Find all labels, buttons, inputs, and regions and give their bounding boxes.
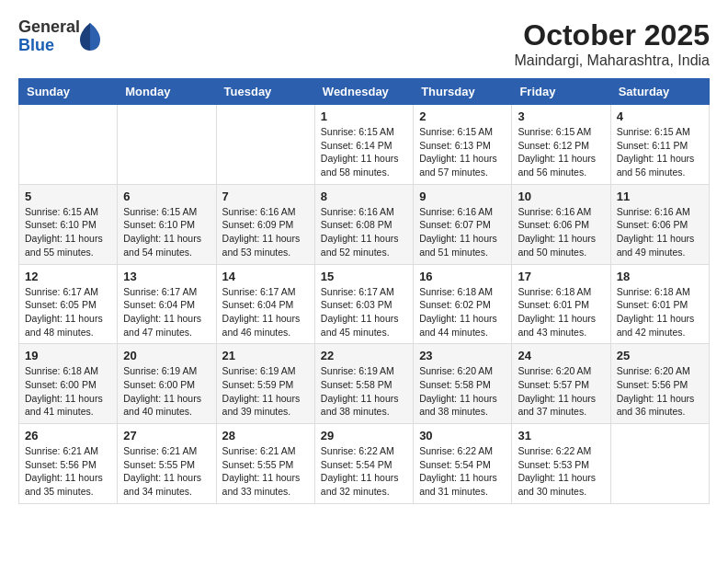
calendar-cell: 8 Sunrise: 6:16 AM Sunset: 6:08 PM Dayli… (314, 184, 413, 264)
day-info: Sunrise: 6:18 AM Sunset: 6:01 PM Dayligh… (518, 285, 604, 339)
sunset-label: Sunset: 6:00 PM (123, 379, 195, 390)
day-info: Sunrise: 6:21 AM Sunset: 5:55 PM Dayligh… (123, 444, 210, 499)
sunset-label: Sunset: 5:54 PM (419, 459, 491, 470)
day-info: Sunrise: 6:19 AM Sunset: 5:58 PM Dayligh… (321, 364, 407, 419)
sunset-label: Sunset: 6:05 PM (25, 299, 97, 310)
weekday-header: Thursday (414, 79, 512, 105)
sunrise-label: Sunrise: 6:21 AM (123, 445, 197, 456)
sunrise-label: Sunrise: 6:20 AM (518, 365, 591, 376)
calendar-cell: 4 Sunrise: 6:15 AM Sunset: 6:11 PM Dayli… (610, 105, 709, 185)
sunset-label: Sunset: 5:56 PM (25, 459, 97, 470)
calendar-cell: 2 Sunrise: 6:15 AM Sunset: 6:13 PM Dayli… (414, 105, 512, 185)
day-number: 18 (617, 270, 703, 283)
day-number: 17 (518, 270, 604, 283)
calendar-week-row: 5 Sunrise: 6:15 AM Sunset: 6:10 PM Dayli… (19, 184, 710, 264)
calendar-cell: 1 Sunrise: 6:15 AM Sunset: 6:14 PM Dayli… (314, 105, 413, 185)
day-number: 1 (321, 109, 407, 123)
day-info: Sunrise: 6:20 AM Sunset: 5:58 PM Dayligh… (419, 364, 506, 419)
day-info: Sunrise: 6:16 AM Sunset: 6:09 PM Dayligh… (222, 205, 309, 259)
daylight-label: Daylight: 11 hours and 39 minutes. (222, 393, 301, 418)
daylight-label: Daylight: 11 hours and 51 minutes. (419, 233, 497, 258)
sunset-label: Sunset: 6:10 PM (123, 219, 195, 230)
calendar-cell: 5 Sunrise: 6:15 AM Sunset: 6:10 PM Dayli… (19, 184, 118, 264)
sunset-label: Sunset: 6:06 PM (617, 219, 688, 230)
sunset-label: Sunset: 6:01 PM (617, 299, 688, 310)
sunrise-label: Sunrise: 6:17 AM (321, 286, 394, 297)
weekday-header-row: SundayMondayTuesdayWednesdayThursdayFrid… (19, 79, 710, 105)
daylight-label: Daylight: 11 hours and 35 minutes. (25, 472, 103, 497)
day-info: Sunrise: 6:17 AM Sunset: 6:05 PM Dayligh… (25, 285, 111, 339)
calendar-cell: 30 Sunrise: 6:22 AM Sunset: 5:54 PM Dayl… (414, 424, 512, 504)
day-info: Sunrise: 6:21 AM Sunset: 5:56 PM Dayligh… (25, 444, 111, 499)
sunset-label: Sunset: 6:04 PM (123, 299, 195, 310)
sunrise-label: Sunrise: 6:20 AM (419, 365, 493, 376)
logo-general: General (18, 18, 80, 37)
sunrise-label: Sunrise: 6:17 AM (123, 286, 197, 297)
day-number: 31 (518, 429, 604, 442)
daylight-label: Daylight: 11 hours and 50 minutes. (518, 233, 596, 258)
page-header: General Blue October 2025 Maindargi, Mah… (18, 18, 710, 69)
calendar-cell: 25 Sunrise: 6:20 AM Sunset: 5:56 PM Dayl… (610, 344, 709, 424)
weekday-header: Sunday (19, 79, 118, 105)
daylight-label: Daylight: 11 hours and 46 minutes. (222, 313, 301, 338)
day-info: Sunrise: 6:17 AM Sunset: 6:04 PM Dayligh… (123, 285, 210, 339)
day-number: 11 (617, 190, 703, 203)
calendar-cell (118, 105, 216, 185)
sunset-label: Sunset: 6:09 PM (222, 219, 294, 230)
daylight-label: Daylight: 11 hours and 47 minutes. (123, 313, 201, 338)
day-number: 12 (25, 270, 111, 283)
day-number: 25 (617, 349, 703, 362)
sunrise-label: Sunrise: 6:18 AM (518, 286, 591, 297)
title-block: October 2025 Maindargi, Maharashtra, Ind… (514, 18, 710, 69)
sunset-label: Sunset: 6:08 PM (321, 219, 392, 230)
day-info: Sunrise: 6:18 AM Sunset: 6:00 PM Dayligh… (25, 364, 111, 419)
sunrise-label: Sunrise: 6:19 AM (321, 365, 394, 376)
day-info: Sunrise: 6:19 AM Sunset: 6:00 PM Dayligh… (123, 364, 210, 419)
sunset-label: Sunset: 5:55 PM (222, 459, 294, 470)
day-info: Sunrise: 6:21 AM Sunset: 5:55 PM Dayligh… (222, 444, 309, 499)
day-number: 4 (617, 109, 703, 123)
day-info: Sunrise: 6:18 AM Sunset: 6:02 PM Dayligh… (419, 285, 506, 339)
day-number: 28 (222, 429, 309, 442)
calendar-cell: 28 Sunrise: 6:21 AM Sunset: 5:55 PM Dayl… (216, 424, 314, 504)
sunrise-label: Sunrise: 6:18 AM (419, 286, 493, 297)
logo: General Blue (18, 18, 100, 55)
weekday-header: Tuesday (216, 79, 314, 105)
sunset-label: Sunset: 5:58 PM (321, 379, 392, 390)
calendar-week-row: 26 Sunrise: 6:21 AM Sunset: 5:56 PM Dayl… (19, 424, 710, 504)
calendar-cell: 13 Sunrise: 6:17 AM Sunset: 6:04 PM Dayl… (118, 264, 216, 344)
daylight-label: Daylight: 11 hours and 48 minutes. (25, 313, 103, 338)
sunset-label: Sunset: 6:03 PM (321, 299, 392, 310)
day-info: Sunrise: 6:20 AM Sunset: 5:56 PM Dayligh… (617, 364, 703, 419)
daylight-label: Daylight: 11 hours and 32 minutes. (321, 472, 399, 497)
day-number: 8 (321, 190, 407, 203)
day-number: 27 (123, 429, 210, 442)
sunrise-label: Sunrise: 6:15 AM (518, 126, 591, 137)
month-title: October 2025 (514, 18, 710, 52)
sunset-label: Sunset: 5:58 PM (419, 379, 491, 390)
daylight-label: Daylight: 11 hours and 36 minutes. (617, 393, 695, 418)
sunrise-label: Sunrise: 6:15 AM (321, 126, 394, 137)
daylight-label: Daylight: 11 hours and 43 minutes. (518, 313, 596, 338)
daylight-label: Daylight: 11 hours and 57 minutes. (419, 153, 497, 178)
day-number: 19 (25, 349, 111, 362)
daylight-label: Daylight: 11 hours and 33 minutes. (222, 472, 301, 497)
subtitle: Maindargi, Maharashtra, India (514, 52, 710, 69)
sunrise-label: Sunrise: 6:16 AM (321, 206, 394, 217)
day-info: Sunrise: 6:17 AM Sunset: 6:03 PM Dayligh… (321, 285, 407, 339)
day-number: 30 (419, 429, 506, 442)
logo-blue: Blue (18, 37, 80, 55)
sunset-label: Sunset: 6:11 PM (617, 140, 688, 151)
day-number: 9 (419, 190, 506, 203)
calendar-cell: 31 Sunrise: 6:22 AM Sunset: 5:53 PM Dayl… (512, 424, 610, 504)
day-info: Sunrise: 6:22 AM Sunset: 5:54 PM Dayligh… (419, 444, 506, 499)
daylight-label: Daylight: 11 hours and 53 minutes. (222, 233, 301, 258)
weekday-header: Monday (118, 79, 216, 105)
calendar-week-row: 1 Sunrise: 6:15 AM Sunset: 6:14 PM Dayli… (19, 105, 710, 185)
day-info: Sunrise: 6:15 AM Sunset: 6:13 PM Dayligh… (419, 125, 506, 179)
day-info: Sunrise: 6:22 AM Sunset: 5:53 PM Dayligh… (518, 444, 604, 499)
daylight-label: Daylight: 11 hours and 34 minutes. (123, 472, 201, 497)
sunrise-label: Sunrise: 6:18 AM (25, 365, 98, 376)
sunrise-label: Sunrise: 6:19 AM (123, 365, 197, 376)
sunrise-label: Sunrise: 6:15 AM (25, 206, 98, 217)
